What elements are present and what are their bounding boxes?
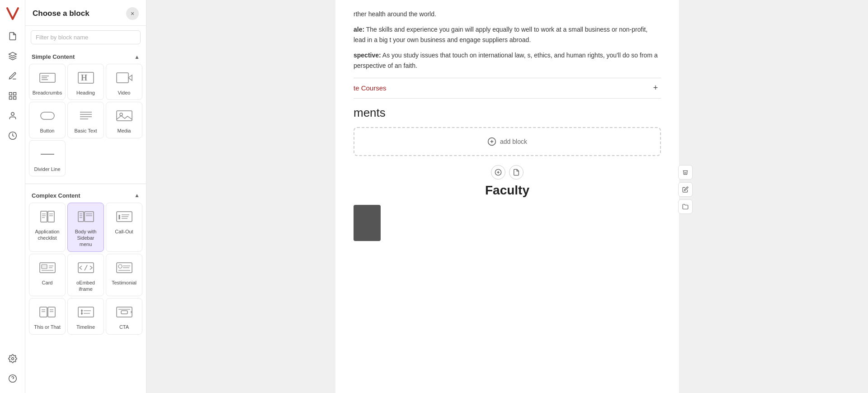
block-application-checklist[interactable]: Application checklist [29,203,66,252]
faculty-content: Faculty [354,165,661,198]
svg-rect-57 [40,307,47,317]
block-testimonial[interactable]: Testimonial [106,254,142,297]
complex-content-section-header[interactable]: Complex Content ▲ [25,188,146,203]
svg-rect-69 [117,307,132,317]
section-title: ments [354,106,661,120]
button-label: Button [40,128,55,134]
media-icon [113,107,135,125]
add-block-area[interactable]: add block [354,127,661,156]
faculty-icons-row [354,165,661,180]
oembed-label: oEmbed iframe [71,279,101,293]
close-button[interactable]: × [126,7,139,20]
highlight2-label: spective: [354,52,381,59]
sidebar-help-icon[interactable] [4,369,22,388]
main-content: rther health around the world. ale: The … [146,0,868,393]
add-courses-button[interactable]: + [650,83,661,94]
card-icon [37,259,58,277]
add-block-label: add block [500,138,527,145]
block-chooser-body: Simple Content ▲ Breadcrumbs [25,49,146,393]
heading-label: Heading [76,90,95,96]
button-icon [37,107,58,125]
block-basic-text[interactable]: Basic Text [67,102,104,138]
card-label: Card [42,279,53,286]
dark-image-placeholder [354,205,661,241]
sidebar-pen-icon[interactable] [4,67,22,85]
application-checklist-icon [37,208,58,226]
faculty-title: Faculty [354,183,661,198]
block-cta[interactable]: CTA [106,298,142,334]
block-divider-line[interactable]: Divider Line [29,140,66,176]
svg-rect-3 [13,97,16,99]
body-para-1: rther health around the world. [354,9,661,19]
complex-content-chevron: ▲ [134,192,140,199]
svg-rect-1 [9,93,12,95]
content-body: rther health around the world. ale: The … [354,9,661,71]
svg-text:H: H [81,73,87,82]
sidebar-clock-icon[interactable] [4,127,22,145]
divider-line-label: Divider Line [34,166,60,172]
faculty-doc-icon[interactable] [509,165,524,180]
block-button[interactable]: Button [29,102,66,138]
sidebar-page-icon[interactable] [4,27,22,45]
svg-point-53 [118,265,122,268]
sidebar-bottom [4,350,22,388]
body-para-2: ale: The skills and experience you gain … [354,24,661,45]
svg-rect-58 [48,307,55,317]
faculty-folder-button[interactable] [678,199,693,214]
block-video[interactable]: Video [106,64,142,100]
svg-rect-16 [117,73,128,83]
timeline-icon [75,303,97,321]
block-this-or-that[interactable]: This or That [29,298,66,334]
svg-rect-4 [9,97,12,99]
body-para-3: spective: As you study issues that touch… [354,50,661,71]
svg-point-66 [81,313,83,314]
media-label: Media [118,128,131,134]
block-breadcrumbs[interactable]: Breadcrumbs [29,64,66,100]
svg-rect-34 [85,212,94,222]
block-body-sidebar[interactable]: Body with Sidebar menu [67,203,104,252]
highlight1-text: The skills and experience you gain will … [354,26,647,43]
sidebar-user-icon[interactable] [4,107,22,125]
svg-rect-18 [41,112,54,119]
video-icon [113,69,135,87]
block-media[interactable]: Media [106,102,142,138]
block-oembed[interactable]: oEmbed iframe [67,254,104,297]
oembed-icon [75,259,97,277]
this-or-that-label: This or That [34,324,61,330]
section-separator [25,184,146,184]
basic-text-label: Basic Text [75,128,97,134]
svg-rect-46 [42,265,47,269]
content-page: rther health around the world. ale: The … [335,0,679,393]
basic-text-icon [75,107,97,125]
faculty-add-icon[interactable] [491,165,505,180]
highlight1-label: ale: [354,26,364,33]
video-label: Video [118,90,131,96]
sidebar-grid-icon[interactable] [4,87,22,105]
search-box [25,26,146,49]
simple-content-chevron: ▲ [134,54,140,60]
highlight2-text: As you study issues that touch on intern… [354,52,658,69]
svg-rect-33 [78,212,84,222]
cta-label: CTA [119,324,129,330]
courses-link[interactable]: te Courses [354,84,387,92]
block-chooser-header: Choose a block × [25,0,146,26]
sidebar-settings-icon[interactable] [4,350,22,368]
faculty-delete-button[interactable] [678,165,693,180]
sidebar-layers-icon[interactable] [4,47,22,65]
body-sidebar-label: Body with Sidebar menu [71,228,101,248]
add-block-icon [487,137,496,146]
dark-box [354,205,381,241]
faculty-edit-button[interactable] [678,182,693,197]
complex-content-grid: Application checklist Body with Sidebar … [25,203,146,338]
breadcrumbs-icon [37,69,58,87]
search-input[interactable] [31,30,141,44]
testimonial-icon [113,259,135,277]
block-heading[interactable]: H Heading [67,64,104,100]
simple-content-section-header[interactable]: Simple Content ▲ [25,49,146,64]
block-card[interactable]: Card [29,254,66,297]
sidebar [0,0,25,393]
heading-icon: H [75,69,97,87]
block-timeline[interactable]: Timeline [67,298,104,334]
complex-content-label: Complex Content [32,192,80,199]
block-call-out[interactable]: Call-Out [106,203,142,252]
